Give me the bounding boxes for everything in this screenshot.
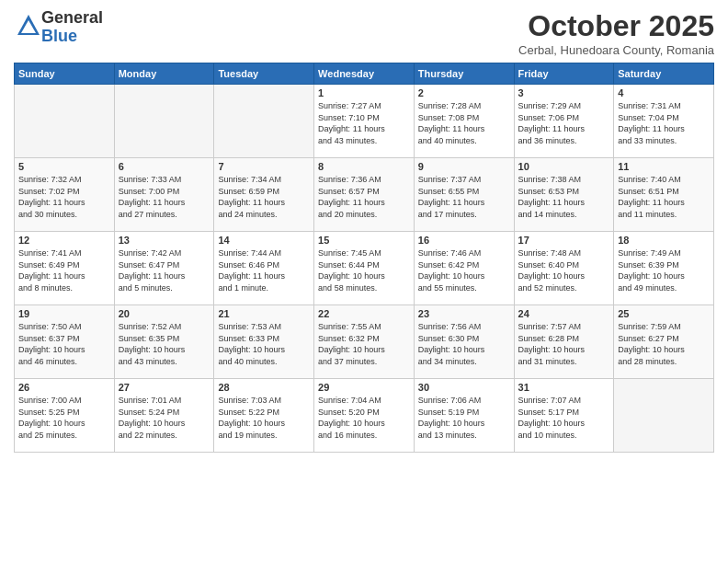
- day-number: 1: [318, 87, 410, 98]
- day-info: Sunrise: 7:45 AM Sunset: 6:44 PM Dayligh…: [318, 247, 410, 293]
- day-cell: 7Sunrise: 7:34 AM Sunset: 6:59 PM Daylig…: [214, 158, 314, 232]
- day-number: 6: [119, 161, 210, 172]
- day-cell: 25Sunrise: 7:59 AM Sunset: 6:27 PM Dayli…: [614, 305, 714, 379]
- day-info: Sunrise: 7:40 AM Sunset: 6:51 PM Dayligh…: [618, 174, 710, 220]
- day-info: Sunrise: 7:38 AM Sunset: 6:53 PM Dayligh…: [518, 174, 610, 220]
- day-number: 2: [418, 87, 510, 98]
- week-row-2: 12Sunrise: 7:41 AM Sunset: 6:49 PM Dayli…: [15, 232, 714, 305]
- day-number: 18: [618, 235, 710, 246]
- day-cell: 26Sunrise: 7:00 AM Sunset: 5:25 PM Dayli…: [15, 379, 115, 453]
- day-info: Sunrise: 7:27 AM Sunset: 7:10 PM Dayligh…: [318, 100, 410, 146]
- col-tuesday: Tuesday: [214, 63, 314, 85]
- day-info: Sunrise: 7:55 AM Sunset: 6:32 PM Dayligh…: [318, 321, 410, 367]
- day-cell: 6Sunrise: 7:33 AM Sunset: 7:00 PM Daylig…: [114, 158, 214, 232]
- day-number: 29: [318, 382, 410, 393]
- day-info: Sunrise: 7:50 AM Sunset: 6:37 PM Dayligh…: [18, 321, 110, 367]
- subtitle: Cerbal, Hunedoara County, Romania: [518, 43, 714, 57]
- day-number: 27: [119, 382, 210, 393]
- day-info: Sunrise: 7:44 AM Sunset: 6:46 PM Dayligh…: [218, 247, 310, 293]
- col-friday: Friday: [514, 63, 614, 85]
- day-cell: 11Sunrise: 7:40 AM Sunset: 6:51 PM Dayli…: [614, 158, 714, 232]
- day-number: 20: [119, 308, 210, 319]
- day-cell: [114, 85, 214, 158]
- day-cell: 24Sunrise: 7:57 AM Sunset: 6:28 PM Dayli…: [514, 305, 614, 379]
- day-number: 3: [518, 87, 610, 98]
- day-cell: 22Sunrise: 7:55 AM Sunset: 6:32 PM Dayli…: [314, 305, 415, 379]
- day-info: Sunrise: 7:06 AM Sunset: 5:19 PM Dayligh…: [418, 395, 510, 441]
- day-info: Sunrise: 7:32 AM Sunset: 7:02 PM Dayligh…: [18, 174, 110, 220]
- day-info: Sunrise: 7:46 AM Sunset: 6:42 PM Dayligh…: [418, 247, 510, 293]
- week-row-0: 1Sunrise: 7:27 AM Sunset: 7:10 PM Daylig…: [15, 85, 714, 158]
- calendar-table: Sunday Monday Tuesday Wednesday Thursday…: [14, 63, 714, 453]
- day-cell: [15, 85, 115, 158]
- day-cell: 23Sunrise: 7:56 AM Sunset: 6:30 PM Dayli…: [414, 305, 514, 379]
- day-info: Sunrise: 7:36 AM Sunset: 6:57 PM Dayligh…: [318, 174, 410, 220]
- col-monday: Monday: [114, 63, 214, 85]
- day-info: Sunrise: 7:42 AM Sunset: 6:47 PM Dayligh…: [119, 247, 210, 293]
- day-info: Sunrise: 7:01 AM Sunset: 5:24 PM Dayligh…: [119, 395, 210, 441]
- day-info: Sunrise: 7:34 AM Sunset: 6:59 PM Dayligh…: [218, 174, 310, 220]
- logo-general: General: [41, 8, 103, 27]
- day-info: Sunrise: 7:53 AM Sunset: 6:33 PM Dayligh…: [218, 321, 310, 367]
- day-cell: [214, 85, 314, 158]
- day-cell: 3Sunrise: 7:29 AM Sunset: 7:06 PM Daylig…: [514, 85, 614, 158]
- day-number: 30: [418, 382, 510, 393]
- day-cell: 29Sunrise: 7:04 AM Sunset: 5:20 PM Dayli…: [314, 379, 415, 453]
- header-row: Sunday Monday Tuesday Wednesday Thursday…: [15, 63, 714, 85]
- day-cell: 30Sunrise: 7:06 AM Sunset: 5:19 PM Dayli…: [414, 379, 514, 453]
- day-info: Sunrise: 7:00 AM Sunset: 5:25 PM Dayligh…: [18, 395, 110, 441]
- day-number: 23: [418, 308, 510, 319]
- week-row-4: 26Sunrise: 7:00 AM Sunset: 5:25 PM Dayli…: [15, 379, 714, 453]
- day-number: 25: [618, 308, 710, 319]
- day-number: 9: [418, 161, 510, 172]
- day-number: 21: [218, 308, 310, 319]
- day-cell: 14Sunrise: 7:44 AM Sunset: 6:46 PM Dayli…: [214, 232, 314, 305]
- day-info: Sunrise: 7:37 AM Sunset: 6:55 PM Dayligh…: [418, 174, 510, 220]
- day-cell: 12Sunrise: 7:41 AM Sunset: 6:49 PM Dayli…: [15, 232, 115, 305]
- day-cell: [614, 379, 714, 453]
- day-info: Sunrise: 7:33 AM Sunset: 7:00 PM Dayligh…: [119, 174, 210, 220]
- day-info: Sunrise: 7:07 AM Sunset: 5:17 PM Dayligh…: [518, 395, 610, 441]
- day-cell: 5Sunrise: 7:32 AM Sunset: 7:02 PM Daylig…: [15, 158, 115, 232]
- day-cell: 9Sunrise: 7:37 AM Sunset: 6:55 PM Daylig…: [414, 158, 514, 232]
- day-number: 15: [318, 235, 410, 246]
- day-info: Sunrise: 7:48 AM Sunset: 6:40 PM Dayligh…: [518, 247, 610, 293]
- day-cell: 15Sunrise: 7:45 AM Sunset: 6:44 PM Dayli…: [314, 232, 415, 305]
- day-cell: 17Sunrise: 7:48 AM Sunset: 6:40 PM Dayli…: [514, 232, 614, 305]
- col-wednesday: Wednesday: [314, 63, 415, 85]
- day-number: 4: [618, 87, 710, 98]
- logo-text: General Blue: [41, 9, 103, 46]
- day-cell: 20Sunrise: 7:52 AM Sunset: 6:35 PM Dayli…: [114, 305, 214, 379]
- day-number: 16: [418, 235, 510, 246]
- day-number: 22: [318, 308, 410, 319]
- day-number: 31: [518, 382, 610, 393]
- day-number: 19: [18, 308, 110, 319]
- day-cell: 27Sunrise: 7:01 AM Sunset: 5:24 PM Dayli…: [114, 379, 214, 453]
- logo: General Blue: [14, 9, 103, 46]
- day-cell: 28Sunrise: 7:03 AM Sunset: 5:22 PM Dayli…: [214, 379, 314, 453]
- day-info: Sunrise: 7:52 AM Sunset: 6:35 PM Dayligh…: [119, 321, 210, 367]
- day-number: 26: [18, 382, 110, 393]
- day-cell: 4Sunrise: 7:31 AM Sunset: 7:04 PM Daylig…: [614, 85, 714, 158]
- day-cell: 2Sunrise: 7:28 AM Sunset: 7:08 PM Daylig…: [414, 85, 514, 158]
- header: General Blue October 2025 Cerbal, Hunedo…: [14, 9, 714, 57]
- day-info: Sunrise: 7:04 AM Sunset: 5:20 PM Dayligh…: [318, 395, 410, 441]
- day-info: Sunrise: 7:41 AM Sunset: 6:49 PM Dayligh…: [18, 247, 110, 293]
- day-number: 8: [318, 161, 410, 172]
- day-cell: 31Sunrise: 7:07 AM Sunset: 5:17 PM Dayli…: [514, 379, 614, 453]
- day-info: Sunrise: 7:03 AM Sunset: 5:22 PM Dayligh…: [218, 395, 310, 441]
- day-cell: 18Sunrise: 7:49 AM Sunset: 6:39 PM Dayli…: [614, 232, 714, 305]
- day-number: 17: [518, 235, 610, 246]
- col-sunday: Sunday: [15, 63, 115, 85]
- day-info: Sunrise: 7:59 AM Sunset: 6:27 PM Dayligh…: [618, 321, 710, 367]
- month-title: October 2025: [518, 9, 714, 43]
- day-number: 12: [18, 235, 110, 246]
- day-number: 14: [218, 235, 310, 246]
- day-info: Sunrise: 7:31 AM Sunset: 7:04 PM Dayligh…: [618, 100, 710, 146]
- day-cell: 1Sunrise: 7:27 AM Sunset: 7:10 PM Daylig…: [314, 85, 415, 158]
- page: General Blue October 2025 Cerbal, Hunedo…: [0, 0, 728, 563]
- day-cell: 8Sunrise: 7:36 AM Sunset: 6:57 PM Daylig…: [314, 158, 415, 232]
- col-saturday: Saturday: [614, 63, 714, 85]
- day-number: 5: [18, 161, 110, 172]
- logo-blue: Blue: [41, 27, 77, 45]
